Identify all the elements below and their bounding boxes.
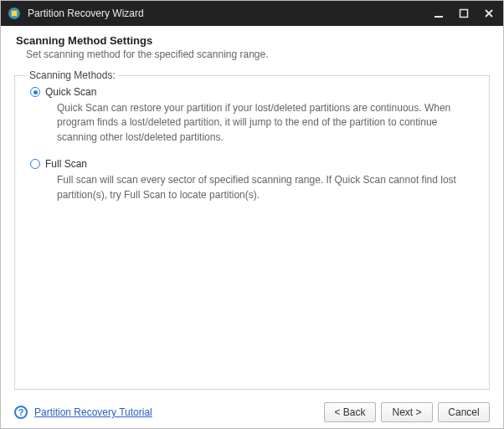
page-title: Scanning Method Settings [16, 34, 488, 47]
tutorial-link[interactable]: Partition Recovery Tutorial [34, 406, 152, 418]
window-controls [429, 4, 498, 23]
cancel-button[interactable]: Cancel [438, 402, 490, 422]
help-area: ? Partition Recovery Tutorial [14, 406, 152, 419]
page-subtitle: Set scanning method for the specified sc… [16, 49, 488, 60]
wizard-footer: ? Partition Recovery Tutorial < Back Nex… [1, 390, 503, 429]
wizard-buttons: < Back Next > Cancel [324, 402, 490, 422]
full-scan-radio-row[interactable]: Full Scan [30, 158, 474, 170]
svg-rect-1 [435, 16, 443, 18]
app-icon [8, 7, 21, 20]
help-icon[interactable]: ? [14, 406, 28, 419]
scanning-methods-group: Scanning Methods: Quick Scan Quick Scan … [14, 75, 490, 390]
radio-icon [30, 159, 40, 169]
window-title: Partition Recovery Wizard [28, 8, 429, 19]
full-scan-option: Full Scan Full scan will scan every sect… [30, 158, 474, 202]
full-scan-description: Full scan will scan every sector of spec… [57, 173, 474, 202]
next-button[interactable]: Next > [381, 402, 433, 422]
radio-icon [30, 87, 40, 97]
group-label: Scanning Methods: [27, 69, 118, 81]
quick-scan-description: Quick Scan can restore your partition if… [57, 101, 474, 145]
titlebar: Partition Recovery Wizard [1, 1, 503, 26]
quick-scan-option: Quick Scan Quick Scan can restore your p… [30, 86, 474, 145]
quick-scan-radio-row[interactable]: Quick Scan [30, 86, 474, 98]
back-button[interactable]: < Back [324, 402, 376, 422]
wizard-header: Scanning Method Settings Set scanning me… [1, 26, 503, 70]
minimize-button[interactable] [429, 4, 448, 23]
svg-rect-2 [460, 10, 468, 18]
quick-scan-title: Quick Scan [45, 86, 96, 98]
close-button[interactable] [480, 4, 498, 23]
full-scan-title: Full Scan [45, 158, 87, 170]
maximize-button[interactable] [455, 4, 473, 23]
